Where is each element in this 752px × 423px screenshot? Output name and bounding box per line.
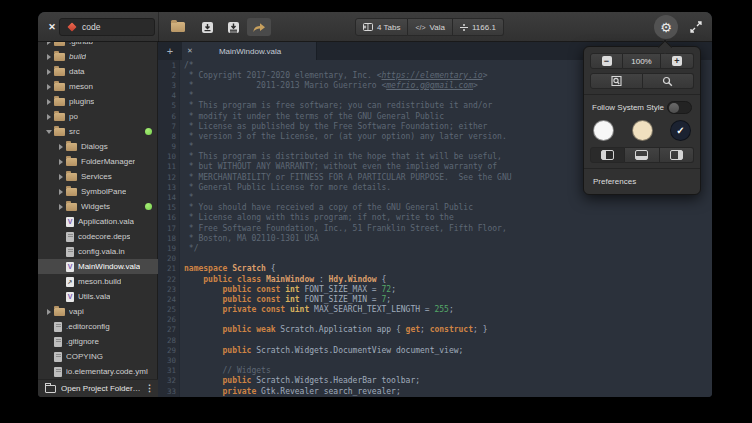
code-text: public const int FONT_SIZE_MAX = 72; xyxy=(184,285,396,294)
tab-mainwindow[interactable]: ✕ MainWindow.vala xyxy=(182,42,317,60)
code-text: * 2011-2013 Mario Guerriero <mefrio.g@gm… xyxy=(184,81,478,90)
tree-item-meson[interactable]: meson xyxy=(38,79,158,94)
share-button[interactable] xyxy=(247,18,271,36)
follow-system-row: Follow System Style xyxy=(590,100,694,115)
tree-item-meson-build[interactable]: meson.build xyxy=(38,274,158,289)
tree-item-build[interactable]: build xyxy=(38,49,158,64)
follow-system-toggle[interactable] xyxy=(667,101,692,114)
expander-closed-icon[interactable] xyxy=(44,309,54,315)
language-button[interactable]: </> Vala xyxy=(408,18,453,36)
code-text: /* xyxy=(184,61,194,70)
preferences-item[interactable]: Preferences xyxy=(590,174,694,188)
line-number: 7 xyxy=(158,122,180,131)
code-line: 32 public Scratch.Widgets.HeaderBar tool… xyxy=(158,376,712,386)
tree-item-vapi[interactable]: vapi xyxy=(38,304,158,319)
line-number: 32 xyxy=(158,376,180,385)
zoom-in-button[interactable]: + xyxy=(661,53,694,69)
tree-item-symbolpane[interactable]: SymbolPane xyxy=(38,184,158,199)
expander-closed-icon[interactable] xyxy=(44,69,54,75)
tabs-count-label: 4 Tabs xyxy=(377,23,400,32)
toggle-knob xyxy=(669,103,679,113)
tree-item-po[interactable]: po xyxy=(38,109,158,124)
line-number: 17 xyxy=(158,224,180,233)
open-folder-button[interactable] xyxy=(166,18,190,36)
tree-item-copying[interactable]: COPYING xyxy=(38,349,158,364)
expander-closed-icon[interactable] xyxy=(56,159,66,165)
code-text: public weak Scratch.Application app { ge… xyxy=(184,325,487,334)
line-number: 3 xyxy=(158,81,180,90)
expander-closed-icon[interactable] xyxy=(56,189,66,195)
folder-icon xyxy=(54,308,65,316)
line-number: 12 xyxy=(158,173,180,182)
code-text: namespace Scratch { xyxy=(184,264,276,273)
tab-close-icon[interactable]: ✕ xyxy=(182,47,198,55)
code-line: 31 // Widgets xyxy=(158,366,712,376)
tree-item-label: SymbolPane xyxy=(81,187,126,196)
sepia-style-option[interactable] xyxy=(632,120,653,141)
sidebar-footer[interactable]: Open Project Folder… ⋮ xyxy=(38,379,158,397)
tree-item-data[interactable]: data xyxy=(38,64,158,79)
zoom-out-button[interactable]: − xyxy=(590,53,623,69)
expander-closed-icon[interactable] xyxy=(56,204,66,210)
tree-item-src[interactable]: src xyxy=(38,124,158,139)
line-number: 19 xyxy=(158,244,180,253)
toggle-sidebar-button[interactable] xyxy=(590,147,625,163)
tree-item-config-vala-in[interactable]: config.vala.in xyxy=(38,244,158,259)
find-in-project-button[interactable] xyxy=(590,73,643,89)
save-as-button[interactable] xyxy=(221,18,245,36)
tree-item-dialogs[interactable]: Dialogs xyxy=(38,139,158,154)
toggle-bottom-panel-button[interactable] xyxy=(625,147,659,163)
find-in-document-icon xyxy=(611,75,622,87)
light-style-option[interactable] xyxy=(593,120,614,141)
project-button[interactable]: code xyxy=(59,18,155,36)
line-number: 18 xyxy=(158,234,180,243)
tree-item-label: Application.vala xyxy=(78,217,134,226)
code-text: * You should have received a copy of the… xyxy=(184,203,473,212)
tree-item-mainwindow-vala[interactable]: MainWindow.vala xyxy=(38,259,158,274)
search-icon xyxy=(662,76,673,87)
tree-item-codecore-deps[interactable]: codecore.deps xyxy=(38,229,158,244)
file-tree-rows: .githubbuilddatamesonpluginsposrcDialogs… xyxy=(38,42,158,379)
expander-closed-icon[interactable] xyxy=(44,42,54,45)
tree-item--editorconfig[interactable]: .editorconfig xyxy=(38,319,158,334)
expander-closed-icon[interactable] xyxy=(44,114,54,120)
txt-file-icon xyxy=(66,232,74,242)
zoom-level-button[interactable]: 100% xyxy=(623,53,661,69)
settings-menu-button[interactable]: ⚙ xyxy=(654,15,678,39)
line-number: 9 xyxy=(158,142,180,151)
tree-item-application-vala[interactable]: Application.vala xyxy=(38,214,158,229)
fullscreen-button[interactable] xyxy=(688,19,704,35)
line-number: 25 xyxy=(158,305,180,314)
tree-item-io-elementary-code-yml[interactable]: io.elementary.code.yml xyxy=(38,364,158,379)
toggle-right-panel-button[interactable] xyxy=(660,147,694,163)
line-number: 30 xyxy=(158,356,180,365)
tree-item-plugins[interactable]: plugins xyxy=(38,94,158,109)
project-label: code xyxy=(82,22,100,32)
code-line: 29 public Scratch.Widgets.DocumentView d… xyxy=(158,345,712,355)
expander-closed-icon[interactable] xyxy=(44,99,54,105)
close-button[interactable]: ✕ xyxy=(44,19,60,35)
expander-closed-icon[interactable] xyxy=(56,144,66,150)
tree-item--gitignore[interactable]: .gitignore xyxy=(38,334,158,349)
tree-item-foldermanager[interactable]: FolderManager xyxy=(38,154,158,169)
expander-closed-icon[interactable] xyxy=(44,84,54,90)
tabs-overview-button[interactable]: 4 Tabs xyxy=(355,18,408,36)
headerbar: ✕ code xyxy=(38,12,712,42)
sidebar-menu-button[interactable]: ⋮ xyxy=(145,384,154,393)
search-button[interactable] xyxy=(643,73,695,89)
tree-item-label: meson.build xyxy=(78,277,121,286)
language-label: Vala xyxy=(430,23,445,32)
new-tab-button[interactable]: + xyxy=(158,42,182,60)
goto-line-button[interactable]: 1166.1 xyxy=(453,18,504,36)
code-text: * License along with this program; if no… xyxy=(184,213,454,222)
tree-item-label: MainWindow.vala xyxy=(78,262,140,271)
tree-item-widgets[interactable]: Widgets xyxy=(38,199,158,214)
tree-item-utils-vala[interactable]: Utils.vala xyxy=(38,289,158,304)
expander-closed-icon[interactable] xyxy=(56,174,66,180)
dark-style-option[interactable]: ✓ xyxy=(670,120,691,141)
expander-closed-icon[interactable] xyxy=(44,54,54,60)
tree-item-services[interactable]: Services xyxy=(38,169,158,184)
save-button[interactable] xyxy=(195,18,219,36)
expander-open-icon[interactable] xyxy=(44,130,54,134)
tree-item--github[interactable]: .github xyxy=(38,42,158,49)
